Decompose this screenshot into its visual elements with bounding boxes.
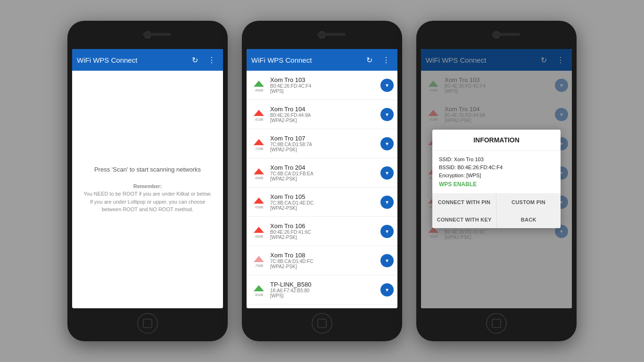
custom-pin-button[interactable]: CUSTOM PIN xyxy=(496,194,561,211)
dialog-bssid-label: BSSID: xyxy=(439,165,457,170)
connect-button[interactable]: ▾ xyxy=(380,254,394,267)
signal-icon: -82dB xyxy=(250,283,267,296)
wps-status: WPS ENABLE xyxy=(439,181,554,188)
network-security: [WPA2-PSK] xyxy=(270,206,378,211)
wifi-signal-svg xyxy=(252,196,265,205)
signal-icon: -68dB xyxy=(250,166,267,180)
network-bssid: B0:4E:26:FD:41:6C xyxy=(270,230,378,235)
network-bssid: 7C:8B:CA:D1:4E:DC xyxy=(270,200,378,206)
phones-container: WiFi WPS Connect ↻ ⋮ Press 'Scan' to sta… xyxy=(67,21,577,341)
dialog-content: SSID: Xom Tro 103 BSSID: B0:4E:26:FD:4C:… xyxy=(432,151,561,193)
network-item: -82dB TP-LINK_B580 18:A6:F7:42:B5:80 [WP… xyxy=(247,275,397,304)
phone-1-home-button[interactable] xyxy=(137,313,158,334)
phone-1: WiFi WPS Connect ↻ ⋮ Press 'Scan' to sta… xyxy=(67,21,228,341)
connect-with-pin-button[interactable]: CONNECT WITH PIN xyxy=(432,194,496,211)
signal-icon: -72dB xyxy=(250,137,267,150)
network-item: -68dB Xom Tro 204 7C:8B:CA:D1:FB:EA [WPA… xyxy=(247,158,397,188)
signal-db: -72dB xyxy=(255,147,264,150)
app-title-1: WiFi WPS Connect xyxy=(77,56,188,64)
signal-db: -63dB xyxy=(255,206,264,209)
dialog-buttons-row2: CONNECT WITH KEY BACK xyxy=(432,211,561,228)
network-item: -68dB Xom Tro 106 B0:4E:26:FD:41:6C [WPA… xyxy=(247,217,397,246)
signal-db: -68dB xyxy=(255,235,264,238)
network-item: -72dB Xom Tro 107 7C:8B:CA:D1:58:7A [WPA… xyxy=(247,129,397,158)
more-icon-1[interactable]: ⋮ xyxy=(205,53,218,66)
remember-title: Remember: You NEED to be ROOT if you are… xyxy=(83,182,211,214)
scan-message: Press 'Scan' to start scanning networks xyxy=(94,166,201,173)
network-name: Xom Tro 107 xyxy=(270,135,378,142)
phone-3-home-button[interactable] xyxy=(486,313,507,334)
wifi-signal-svg xyxy=(252,79,265,88)
remember-body: You NEED to be ROOT if you are under Kit… xyxy=(83,191,211,212)
signal-icon: -63dB xyxy=(250,196,267,209)
network-security: [WPS] xyxy=(270,293,378,298)
information-dialog: INFORMATION SSID: Xom Tro 103 BSSID: B0:… xyxy=(432,130,561,228)
network-security: [WPA2-PSK] xyxy=(270,176,378,181)
network-name: Xom Tro 105 xyxy=(270,193,378,200)
connect-with-key-button[interactable]: CONNECT WITH KEY xyxy=(432,211,497,228)
signal-db: -78dB xyxy=(255,264,264,267)
network-security: [WPA2-PSK] xyxy=(270,235,378,240)
phone-2-home-button[interactable] xyxy=(312,313,332,334)
network-name: Xom Tro 103 xyxy=(270,76,378,83)
signal-db: -61dB xyxy=(255,118,264,121)
connect-button[interactable]: ▾ xyxy=(380,79,394,92)
network-item: -61dB Xom Tro 104 B0:4E:26:FD:44:9A [WPA… xyxy=(247,100,397,129)
connect-button[interactable]: ▾ xyxy=(380,108,394,121)
wifi-signal-svg xyxy=(252,108,265,117)
phone-3: WiFi WPS Connect ↻ ⋮ -66dB Xom Tro 103 B… xyxy=(416,21,577,341)
network-bssid: 7C:8B:CA:D1:58:7A xyxy=(270,142,378,147)
dialog-ssid-row: SSID: Xom Tro 103 xyxy=(439,156,554,162)
wifi-signal-svg xyxy=(252,137,265,147)
dialog-encryption-value: [WPS] xyxy=(466,173,481,178)
network-info: Xom Tro 204 7C:8B:CA:D1:FB:EA [WPA2-PSK] xyxy=(267,164,380,181)
network-item: -63dB Xom Tro 105 7C:8B:CA:D1:4E:DC [WPA… xyxy=(247,188,397,217)
app-bar-icons-1: ↻ ⋮ xyxy=(188,53,218,66)
network-list-inner-2: -66dB Xom Tro 103 B0:4E:26:FD:4C:F4 [WPS… xyxy=(247,71,397,304)
connect-button[interactable]: ▾ xyxy=(380,225,394,238)
signal-db: -82dB xyxy=(255,293,264,296)
network-item: -66dB Xom Tro 103 B0:4E:26:FD:4C:F4 [WPS… xyxy=(247,71,397,100)
connect-button[interactable]: ▾ xyxy=(380,137,394,150)
dialog-encryption-label: Encryption: xyxy=(439,173,466,178)
wifi-signal-svg xyxy=(252,254,265,263)
dialog-title: INFORMATION xyxy=(432,130,561,151)
app-title-2: WiFi WPS Connect xyxy=(251,56,363,64)
signal-icon: -78dB xyxy=(250,254,267,267)
signal-db: -66dB xyxy=(255,89,264,92)
network-info: Xom Tro 106 B0:4E:26:FD:41:6C [WPA2-PSK] xyxy=(267,222,380,240)
network-info: Xom Tro 104 B0:4E:26:FD:44:9A [WPA2-PSK] xyxy=(267,106,380,123)
dialog-bssid-row: BSSID: B0:4E:26:FD:4C:F4 xyxy=(439,165,554,170)
network-security: [WPA2-PSK] xyxy=(270,264,378,269)
dialog-encryption-row: Encryption: [WPS] xyxy=(439,173,554,178)
wifi-signal-svg xyxy=(252,166,265,176)
network-bssid: 7C:8B:CA:D1:4D:FC xyxy=(270,259,378,264)
more-icon-2[interactable]: ⋮ xyxy=(380,53,393,66)
phone-2: WiFi WPS Connect ↻ ⋮ -66dB Xom Tro 103 B… xyxy=(242,21,402,341)
refresh-icon-2[interactable]: ↻ xyxy=(363,53,376,66)
connect-button[interactable]: ▾ xyxy=(380,196,394,209)
signal-icon: -66dB xyxy=(250,79,267,92)
connect-button[interactable]: ▾ xyxy=(380,283,394,296)
network-info: Xom Tro 107 7C:8B:CA:D1:58:7A [WPA2-PSK] xyxy=(267,135,380,152)
network-security: [WPS] xyxy=(270,89,378,94)
network-info: Xom Tro 103 B0:4E:26:FD:4C:F4 [WPS] xyxy=(267,76,380,94)
connect-button[interactable]: ▾ xyxy=(380,166,394,180)
network-security: [WPA2-PSK] xyxy=(270,118,378,123)
wifi-signal-svg xyxy=(252,225,265,234)
network-bssid: B0:4E:26:FD:44:9A xyxy=(270,113,378,118)
network-list-2: -66dB Xom Tro 103 B0:4E:26:FD:4C:F4 [WPS… xyxy=(247,71,397,308)
dialog-ssid-label: SSID: xyxy=(439,156,454,162)
network-name: Xom Tro 204 xyxy=(270,164,378,171)
network-bssid: B0:4E:26:FD:4C:F4 xyxy=(270,83,378,89)
back-button[interactable]: BACK xyxy=(497,211,561,228)
refresh-icon-1[interactable]: ↻ xyxy=(188,53,201,66)
signal-icon: -68dB xyxy=(250,225,267,238)
network-bssid: 7C:8B:CA:D1:FB:EA xyxy=(270,171,378,176)
network-name: Xom Tro 104 xyxy=(270,106,378,113)
wifi-signal-svg xyxy=(252,283,265,293)
phone-2-screen: WiFi WPS Connect ↻ ⋮ -66dB Xom Tro 103 B… xyxy=(247,49,397,308)
network-security: [WPA2-PSK] xyxy=(270,147,378,152)
network-info: Xom Tro 108 7C:8B:CA:D1:4D:FC [WPA2-PSK] xyxy=(267,252,380,269)
network-name: Xom Tro 106 xyxy=(270,222,378,230)
